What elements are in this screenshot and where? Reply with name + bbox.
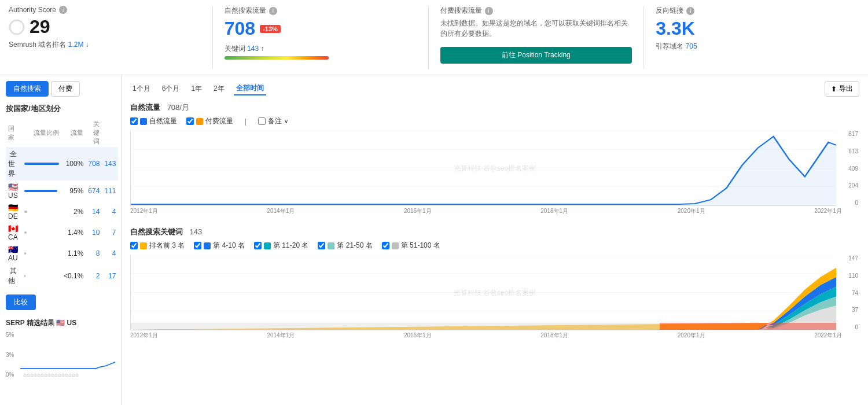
traffic-chart-container: 光算科技·谷歌seo排名案例 817 613 409 204 0: [130, 131, 859, 206]
percent-cell: 100%: [61, 147, 86, 181]
traffic-cell: 674: [86, 181, 102, 201]
legend-notes[interactable]: 备注 ∨: [258, 116, 288, 126]
position-tracking-button[interactable]: 前往 Position Tracking: [440, 47, 632, 64]
percent-cell: 1.1%: [61, 243, 86, 264]
traffic-svg: [131, 131, 836, 205]
svg-marker-15: [131, 277, 836, 330]
organic-traffic-title: 自然搜索流量 i: [225, 6, 417, 16]
keyword-y-labels: 147 110 74 37 0: [839, 255, 859, 330]
col-percent: 流量比例: [22, 119, 61, 147]
serp-svg-chart: [20, 332, 115, 370]
backlinks-number: 3.3K: [656, 18, 695, 39]
paid-traffic-label: 付费搜索流量: [440, 6, 482, 16]
table-row[interactable]: 其他<0.1%217: [6, 264, 118, 288]
organic-traffic-badge: -13%: [260, 25, 281, 33]
semrush-rank-link[interactable]: 1.2M: [68, 41, 84, 49]
filter-all-time[interactable]: 全部时间: [234, 82, 266, 95]
percent-cell: <0.1%: [61, 264, 86, 288]
svg-point-0: [10, 20, 24, 34]
authority-score-title: Authority Score i: [9, 6, 201, 14]
filter-2year[interactable]: 2年: [211, 83, 227, 95]
filter-6month[interactable]: 6个月: [160, 83, 182, 95]
export-icon: ⬆: [831, 85, 837, 93]
serp-marker-bar: [131, 323, 836, 330]
tab-organic[interactable]: 自然搜索: [6, 81, 49, 97]
table-row[interactable]: 🇩🇪DE2%144: [6, 201, 118, 222]
backlinks-info-icon[interactable]: i: [686, 7, 694, 15]
traffic-cell: 8: [86, 243, 102, 264]
export-button[interactable]: ⬆ 导出: [825, 81, 859, 97]
legend-organic-check[interactable]: [130, 117, 138, 125]
keyword-label: 关键词 143 ↑: [225, 44, 417, 54]
traffic-chart-section: 自然流量 708/月 自然流量 付费流量 | 备注 ∨: [130, 102, 859, 215]
traffic-cell: 14: [86, 201, 102, 222]
col-keywords: 关键词: [86, 119, 102, 147]
table-row[interactable]: 🇦🇺AU1.1%84: [6, 243, 118, 264]
legend-11-20[interactable]: 第 11-20 名: [254, 241, 308, 251]
traffic-chart-area: [130, 131, 836, 206]
country-cell: 🇩🇪DE: [6, 201, 22, 222]
left-panel: 自然搜索 付费 按国家/地区划分 国家 流量比例 流量 关键词 全世界100%7…: [0, 75, 122, 405]
organic-traffic-label: 自然搜索流量: [225, 6, 266, 16]
dot-11-20: [264, 242, 271, 249]
keyword-color-bar: [225, 56, 329, 60]
legend-paid[interactable]: 付费流量: [186, 116, 233, 126]
compare-button[interactable]: 比较: [6, 294, 36, 310]
traffic-y-labels: 817 613 409 204 0: [839, 131, 859, 206]
authority-score-info-icon[interactable]: i: [59, 6, 67, 14]
country-cell: 全世界: [6, 147, 22, 181]
tab-buttons: 自然搜索 付费: [6, 81, 115, 97]
bar-cell: [22, 243, 61, 264]
legend-notes-check[interactable]: [258, 117, 266, 125]
organic-traffic-info-icon[interactable]: i: [269, 7, 277, 15]
table-row[interactable]: 🇨🇦CA1.4%107: [6, 222, 118, 243]
bar-cell: [22, 147, 61, 181]
ref-domain-link[interactable]: 705: [686, 42, 697, 50]
tab-paid[interactable]: 付费: [51, 81, 80, 97]
organic-traffic-number: 708: [225, 18, 255, 39]
backlinks-title: 反向链接 i: [656, 6, 848, 16]
bar-cell: [22, 264, 61, 288]
filter-1year[interactable]: 1年: [189, 83, 204, 95]
bar-cell: [22, 201, 61, 222]
svg-marker-16: [131, 268, 836, 330]
dot-21-50: [328, 242, 334, 249]
country-section-title: 按国家/地区划分: [6, 104, 115, 114]
serp-icons-row: ⊙⊙⊙⊙⊙⊙⊙⊙⊙⊙⊙⊙⊙⊙⊙⊙: [23, 373, 115, 378]
time-filters-row: 1个月 6个月 1年 2年 全部时间 ⬆ 导出: [130, 81, 859, 97]
legend-top3[interactable]: 排名前 3 名: [130, 241, 185, 251]
paid-traffic-section: 付费搜索流量 i 未找到数据。如果这是您的域名，您可以获取关键词排名相关的所有必…: [429, 6, 645, 69]
percent-cell: 1.4%: [61, 222, 86, 243]
table-row[interactable]: 全世界100%708143: [6, 147, 118, 181]
col-traffic: 流量: [61, 119, 86, 147]
backlinks-value-row: 3.3K: [656, 18, 848, 39]
backlinks-sub: 引荐域名 705: [656, 42, 848, 51]
dot-top3: [140, 242, 147, 249]
traffic-cell: 10: [86, 222, 102, 243]
keywords-cell: 17: [102, 264, 118, 288]
table-row[interactable]: 🇺🇸US95%674111: [6, 181, 118, 201]
legend-organic-dot: [140, 118, 147, 125]
filter-1month[interactable]: 1个月: [130, 83, 153, 95]
organic-traffic-value-row: 708 -13%: [225, 18, 417, 39]
backlinks-label: 反向链接: [656, 6, 683, 16]
authority-score-sub: Semrush 域名排名 1.2M ↓: [9, 40, 201, 50]
keyword-chart-legend: 排名前 3 名 第 4-10 名 第 11-20 名 第 21-50 名: [130, 241, 859, 251]
serp-chart-area: 5% 3% 0% ⊙⊙⊙⊙⊙⊙⊙⊙⊙⊙⊙⊙⊙⊙⊙⊙: [6, 332, 115, 378]
traffic-cell: 2: [86, 264, 102, 288]
col-country: 国家: [6, 119, 22, 147]
serp-section: SERP 精选结果 🇺🇸 US 5% 3% 0% ⊙⊙⊙⊙⊙⊙⊙⊙⊙⊙⊙⊙⊙⊙⊙…: [6, 318, 115, 378]
traffic-chart-legend: 自然流量 付费流量 | 备注 ∨: [130, 116, 859, 126]
legend-21-50[interactable]: 第 21-50 名: [318, 241, 372, 251]
legend-51-100[interactable]: 第 51-100 名: [382, 241, 440, 251]
paid-traffic-info-icon[interactable]: i: [485, 7, 493, 15]
time-filter-buttons: 1个月 6个月 1年 2年 全部时间: [130, 82, 266, 95]
legend-organic[interactable]: 自然流量: [130, 116, 177, 126]
legend-paid-check[interactable]: [186, 117, 194, 125]
keyword-chart-title: 自然搜索关键词 143: [130, 227, 859, 237]
keywords-cell: 4: [102, 243, 118, 264]
keyword-svg: [131, 255, 836, 330]
keyword-bar-container: 关键词 143 ↑: [225, 44, 417, 60]
authority-score-section: Authority Score i 29 Semrush 域名排名 1.2M ↓: [9, 6, 213, 69]
legend-4-10[interactable]: 第 4-10 名: [194, 241, 245, 251]
